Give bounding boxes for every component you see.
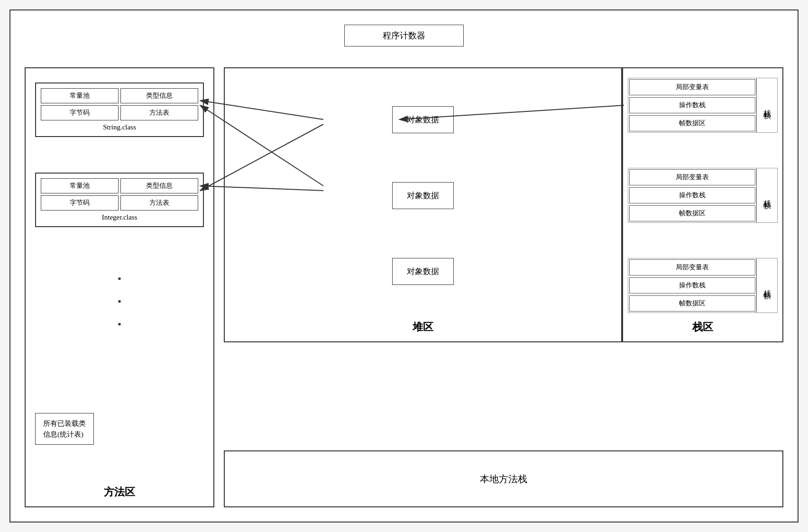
- integer-type-info: 类型信息: [120, 178, 198, 193]
- dots: •••: [118, 267, 121, 336]
- stack-area-label: 栈区: [692, 320, 713, 334]
- method-area: 常量池 类型信息 字节码 方法表 String.class 常量池 类型信息 字…: [25, 67, 214, 507]
- method-area-label: 方法区: [104, 485, 135, 499]
- frame2-label: 栈帧: [756, 168, 777, 222]
- heap-area-label: 堆区: [413, 320, 433, 334]
- heap-object-3: 对象数据: [392, 258, 454, 285]
- native-stack: 本地方法栈: [224, 450, 783, 507]
- frame3-local-vars: 局部变量表: [629, 259, 755, 275]
- stack-area: 局部变量表 操作数栈 帧数据区 栈帧 局部变量表 操作数栈 帧数据区 栈帧: [622, 67, 783, 342]
- loaded-classes-note: 所有已装载类信息(统计表): [35, 413, 94, 445]
- native-stack-label: 本地方法栈: [480, 473, 527, 486]
- frame3-label: 栈帧: [756, 258, 777, 312]
- frame1-frame-data: 帧数据区: [629, 115, 755, 131]
- integer-constant-pool: 常量池: [41, 178, 119, 193]
- heap-object-1: 对象数据: [392, 106, 454, 133]
- stack-frame-3: 局部变量表 操作数栈 帧数据区 栈帧: [628, 258, 778, 313]
- integer-class-box: 常量池 类型信息 字节码 方法表 Integer.class: [35, 173, 204, 227]
- integer-class-name: Integer.class: [41, 213, 198, 221]
- frame2-local-vars: 局部变量表: [629, 169, 755, 185]
- outer-container: 程序计数器 常量池 类型信息 字节码 方法表 String.class 常量池 …: [9, 9, 799, 523]
- string-bytecode: 字节码: [41, 105, 119, 120]
- frame3-operand-stack: 操作数栈: [629, 277, 755, 294]
- frame3-frame-data: 帧数据区: [629, 295, 755, 312]
- frame1-operand-stack: 操作数栈: [629, 97, 755, 113]
- string-class-name: String.class: [41, 123, 198, 131]
- integer-bytecode: 字节码: [41, 195, 119, 211]
- program-counter-label: 程序计数器: [383, 31, 425, 40]
- frame1-label: 栈帧: [756, 78, 777, 132]
- stack-frame-2: 局部变量表 操作数栈 帧数据区 栈帧: [628, 168, 778, 223]
- string-method-table: 方法表: [120, 105, 198, 120]
- string-type-info: 类型信息: [120, 88, 198, 103]
- frame2-operand-stack: 操作数栈: [629, 187, 755, 203]
- string-constant-pool: 常量池: [41, 88, 119, 103]
- heap-area: 对象数据 对象数据 对象数据 堆区: [224, 67, 622, 342]
- string-class-box: 常量池 类型信息 字节码 方法表 String.class: [35, 83, 204, 137]
- stack-frame-1: 局部变量表 操作数栈 帧数据区 栈帧: [628, 78, 778, 133]
- heap-object-2: 对象数据: [392, 182, 454, 209]
- integer-method-table: 方法表: [120, 195, 198, 211]
- frame1-local-vars: 局部变量表: [629, 79, 755, 95]
- frame2-frame-data: 帧数据区: [629, 205, 755, 221]
- program-counter: 程序计数器: [344, 25, 464, 46]
